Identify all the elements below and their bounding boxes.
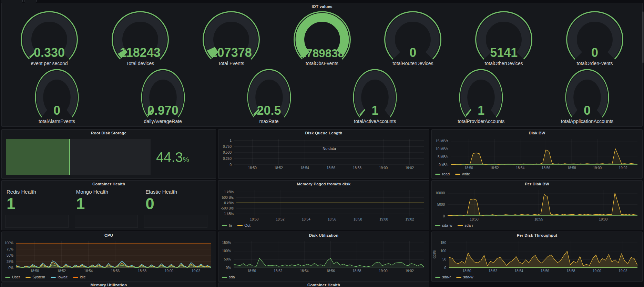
legend-item-sda-r[interactable]: sda-r: [458, 223, 473, 227]
legend-item-System[interactable]: System: [25, 275, 45, 279]
svg-text:18:54: 18:54: [300, 269, 309, 273]
toolbar-button-cutoff-1[interactable]: [1, 0, 23, 2]
svg-text:50: 50: [442, 257, 447, 261]
svg-text:18:56: 18:56: [326, 269, 335, 273]
panel-title-iot-values[interactable]: IOT values: [2, 3, 642, 10]
scrollbar-thumb[interactable]: [642, 11, 644, 63]
panel-title-container-health[interactable]: Container Health: [2, 181, 216, 187]
legend-label: sda: [229, 275, 235, 279]
panel-title-container-health-2[interactable]: Container Health: [218, 283, 429, 287]
panel-title-root-disk-storage[interactable]: Root Disk Storage: [2, 130, 216, 136]
legend-label: In: [229, 223, 232, 227]
legend-item-write[interactable]: write: [455, 172, 470, 176]
legend-swatch: [456, 277, 461, 278]
svg-text:5 MB/s: 5 MB/s: [438, 155, 448, 159]
legend-item-sda-w[interactable]: sda-w: [435, 223, 452, 227]
panel-title-disk-utilization[interactable]: Disk Utilization: [218, 232, 429, 239]
gauge-totalProviderAccounts: 1totalProviderAccounts: [428, 68, 534, 126]
chart-disk-utilization[interactable]: 150%100%50%0%18:5018:5218:5418:5618:5819…: [218, 239, 429, 274]
gauge-arc: 5141: [470, 10, 538, 60]
legend-label: sda-r: [442, 275, 451, 279]
svg-text:500 B/s: 500 B/s: [222, 196, 234, 199]
legend-item-Out[interactable]: Out: [237, 223, 251, 227]
gauge-arc: 1: [455, 68, 507, 118]
chart-disk-queue-length[interactable]: 10.7500.5000.250018:5018:5218:5418:5618:…: [218, 136, 429, 171]
chart-disk-bw[interactable]: 15 MB/s10 MB/s5 MB/s0 kB/s18:5018:5218:5…: [432, 136, 642, 171]
svg-text:19:00: 19:00: [379, 217, 388, 221]
legend-label: sda-r: [464, 223, 473, 227]
panel-title-disk-bw[interactable]: Disk BW: [432, 130, 642, 136]
legend-item-sda-r[interactable]: sda-r: [435, 275, 451, 279]
legend-item-read[interactable]: read: [435, 172, 450, 176]
gauge-value: 5141: [456, 47, 551, 59]
gauge-arc: 207378: [197, 10, 265, 60]
svg-text:18:58: 18:58: [568, 166, 576, 170]
svg-text:19:00: 19:00: [599, 217, 607, 221]
svg-text:19:02: 19:02: [405, 269, 414, 273]
panel-title-disk-queue-length[interactable]: Disk Queue Length: [218, 130, 429, 136]
chart-per-disk-throughput[interactable]: 15010050018:5018:5218:5418:5618:5819:001…: [432, 239, 642, 274]
gauge-value: 0.330: [2, 47, 97, 59]
gauge-maxRate: 20.5maxRate: [216, 68, 322, 126]
legend-item-In[interactable]: In: [222, 223, 232, 227]
legend-swatch: [458, 225, 463, 226]
panel-root-disk-storage: Root Disk Storage 44.3%: [1, 129, 216, 179]
legend-label: sda-w: [442, 223, 452, 227]
stat-label: Redis Health: [7, 188, 72, 196]
gauge-arc: 118243: [106, 10, 174, 60]
svg-text:18:54: 18:54: [300, 166, 309, 170]
svg-text:19:00: 19:00: [165, 269, 173, 273]
gauge-arc: 0: [379, 10, 447, 60]
toolbar-button-cutoff-2[interactable]: [24, 0, 37, 2]
svg-text:18:50: 18:50: [464, 166, 473, 170]
legend-item-Iowait[interactable]: Iowait: [51, 275, 68, 279]
svg-text:18:54: 18:54: [84, 269, 93, 273]
chart-memory-paged[interactable]: 1 kB/s500 B/s0 kB/s-500 B/s-1 kB/s18:501…: [218, 187, 429, 222]
panel-title-memory-utilization[interactable]: Memory Utilization: [2, 283, 216, 287]
legend-swatch: [73, 277, 78, 278]
gauge-event per second: 0.330event per second: [4, 10, 95, 68]
legend-disk-bw: readwrite: [432, 171, 642, 178]
panel-title-per-disk-throughput[interactable]: Per Disk Throughput: [432, 232, 642, 239]
gauge-totalActiveAccounts: 1totalActiveAccounts: [322, 68, 428, 126]
svg-text:-500 B/s: -500 B/s: [221, 206, 234, 210]
legend-item-idle[interactable]: idle: [73, 275, 86, 279]
svg-text:150%: 150%: [222, 241, 231, 245]
chart-per-disk-bw[interactable]: 100005000018:5018:5519:00: [432, 187, 642, 222]
svg-text:18:58: 18:58: [354, 217, 362, 221]
svg-text:18:58: 18:58: [353, 166, 361, 170]
panel-cpu: CPU 100%75%50%25%0%18:5018:5218:5418:561…: [1, 232, 216, 282]
legend-swatch: [435, 174, 440, 175]
stat-value: 1: [76, 196, 142, 212]
svg-text:18:52: 18:52: [274, 166, 283, 170]
legend-item-sda[interactable]: sda: [222, 275, 235, 279]
gauge-totalAlarmEvents: 0totalAlarmEvents: [4, 68, 110, 126]
root-disk-number: 44.3: [156, 149, 183, 164]
stat-elastic-health: Elastic Health0: [143, 187, 213, 230]
gauge-value: 2789838: [275, 48, 370, 59]
gauge-label: Total devices: [126, 60, 154, 66]
svg-text:18:54: 18:54: [302, 217, 310, 221]
svg-text:50%: 50%: [7, 254, 13, 257]
svg-text:150: 150: [440, 241, 446, 245]
legend-item-User[interactable]: User: [5, 275, 20, 279]
panel-title-memory-paged[interactable]: Memory Paged from/to disk: [218, 181, 429, 187]
legend-swatch: [25, 277, 31, 278]
legend-swatch: [237, 225, 243, 226]
svg-text:18:56: 18:56: [327, 166, 335, 170]
gauge-label: totalApplicationAccounts: [561, 118, 614, 124]
legend-item-sda-w[interactable]: sda-w: [456, 275, 473, 279]
panel-title-cpu[interactable]: CPU: [2, 232, 216, 239]
panel-title-per-disk-bw[interactable]: Per Disk BW: [432, 181, 642, 187]
gauge-label: maxRate: [259, 118, 279, 124]
gauge-value: 207378: [184, 47, 279, 59]
gauge-value: 0: [17, 104, 96, 117]
gauge-arc: 0: [31, 68, 83, 118]
legend-memory-paged: InOut: [218, 222, 429, 230]
svg-text:0: 0: [443, 214, 445, 218]
svg-text:18:52: 18:52: [489, 269, 497, 273]
svg-text:18:55: 18:55: [534, 217, 543, 221]
chart-cpu[interactable]: 100%75%50%25%0%18:5018:5218:5418:5618:58…: [2, 239, 216, 274]
container-health-stats: Redis Health1Mongo Health1Elastic Health…: [2, 187, 216, 230]
gauge-arc: 1: [349, 68, 401, 118]
